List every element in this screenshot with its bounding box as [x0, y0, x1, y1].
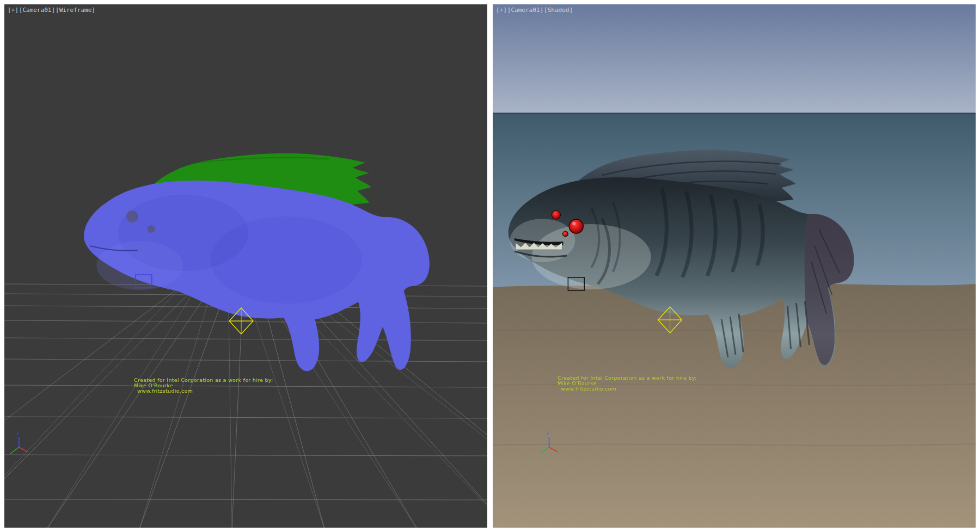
annotation-line: www.fritzstudio.com	[561, 386, 697, 392]
viewport-menu-pov[interactable]: [Camera01]	[507, 7, 543, 14]
annotation-line: www.fritzstudio.com	[137, 388, 273, 394]
scene-text-annotation: Created for Intel Corporation as a work …	[134, 378, 273, 394]
creature-eye-main	[569, 219, 583, 233]
viewport-menu-general[interactable]: [+]	[8, 7, 19, 14]
ground-wireframe-grid	[4, 284, 487, 528]
horizon-line	[493, 113, 976, 114]
viewport-label-wireframe: [+][Camera01][Wireframe]	[8, 7, 96, 14]
viewport-menu-shading[interactable]: [Shaded]	[544, 7, 573, 14]
viewport-menu-pov[interactable]: [Camera01]	[19, 7, 55, 14]
world-axis-tripod: z	[10, 431, 28, 454]
viewport-label-shaded: [+][Camera01][Shaded]	[496, 7, 573, 14]
scene-text-annotation: Created for Intel Corporation as a work …	[558, 375, 697, 392]
viewport-wireframe[interactable]: [+][Camera01][Wireframe]	[4, 4, 487, 528]
sky-gradient	[493, 4, 976, 114]
axis-z-label: z	[16, 431, 19, 436]
creature-eye-secondary	[552, 211, 561, 219]
creature-eye-tertiary	[562, 231, 568, 237]
axis-z-label: z	[547, 431, 549, 436]
viewport-shaded[interactable]: [+][Camera01][Shaded]	[493, 4, 976, 528]
viewport-menu-general[interactable]: [+]	[496, 7, 507, 14]
wireframe-scene-canvas[interactable]: z	[4, 4, 487, 528]
creature-eye-outline	[126, 211, 138, 222]
viewport-menu-shading[interactable]: [Wireframe]	[56, 7, 95, 14]
shaded-scene-canvas[interactable]: z	[493, 4, 976, 528]
creature-eye-outline-small	[148, 225, 155, 233]
